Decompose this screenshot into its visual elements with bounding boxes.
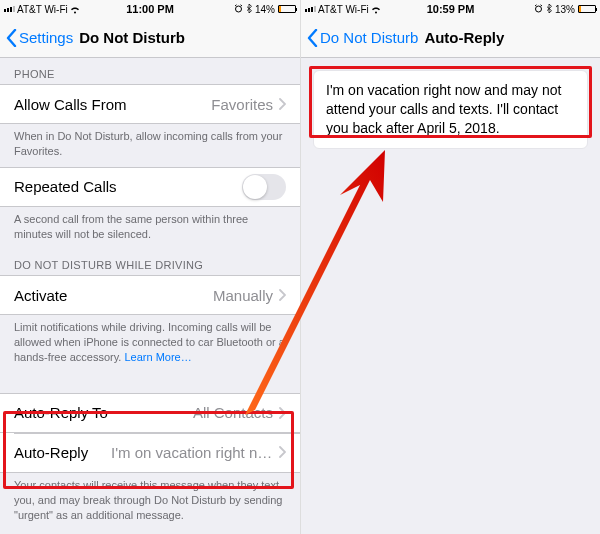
clock-time: 10:59 PM: [301, 3, 600, 15]
page-title: Do Not Disturb: [79, 29, 185, 46]
chevron-right-icon: [279, 446, 286, 458]
status-bar: AT&T Wi-Fi 10:59 PM 13%: [301, 0, 600, 18]
row-label: Auto-Reply: [14, 444, 88, 461]
auto-reply-message[interactable]: I'm on vacation right now and may not at…: [313, 70, 588, 149]
row-activate[interactable]: Activate Manually: [0, 275, 300, 315]
battery-icon: [278, 5, 296, 13]
row-value: I'm on vacation right now an…: [103, 444, 273, 461]
screen-auto-reply: AT&T Wi-Fi 10:59 PM 13% Do Not Disturb A…: [300, 0, 600, 534]
footer-allow-calls: When in Do Not Disturb, allow incoming c…: [0, 124, 300, 167]
row-repeated-calls[interactable]: Repeated Calls: [0, 167, 300, 207]
row-value: Favorites: [203, 96, 273, 113]
status-bar: AT&T Wi-Fi 11:00 PM 14%: [0, 0, 300, 18]
page-title: Auto-Reply: [424, 29, 504, 46]
chevron-right-icon: [279, 289, 286, 301]
footer-repeated: A second call from the same person withi…: [0, 207, 300, 250]
row-label: Activate: [14, 287, 67, 304]
row-label: Repeated Calls: [14, 178, 117, 195]
row-auto-reply-to[interactable]: Auto-Reply To All Contacts: [0, 393, 300, 433]
clock-time: 11:00 PM: [0, 3, 300, 15]
back-button[interactable]: Settings: [6, 29, 73, 47]
learn-more-link[interactable]: Learn More…: [124, 351, 191, 363]
screen-do-not-disturb: AT&T Wi-Fi 11:00 PM 14% Settings Do Not …: [0, 0, 300, 534]
section-header-phone: PHONE: [0, 58, 300, 84]
nav-bar: Do Not Disturb Auto-Reply: [301, 18, 600, 58]
row-label: Auto-Reply To: [14, 404, 108, 421]
chevron-right-icon: [279, 98, 286, 110]
back-label: Do Not Disturb: [320, 29, 418, 46]
footer-activate: Limit notifications while driving. Incom…: [0, 315, 300, 373]
row-auto-reply[interactable]: Auto-Reply I'm on vacation right now an…: [0, 433, 300, 473]
back-button[interactable]: Do Not Disturb: [307, 29, 418, 47]
chevron-right-icon: [279, 407, 286, 419]
back-label: Settings: [19, 29, 73, 46]
nav-bar: Settings Do Not Disturb: [0, 18, 300, 58]
row-allow-calls-from[interactable]: Allow Calls From Favorites: [0, 84, 300, 124]
row-value: Manually: [205, 287, 273, 304]
battery-icon: [578, 5, 596, 13]
toggle-repeated-calls[interactable]: [242, 174, 286, 200]
row-value: All Contacts: [185, 404, 273, 421]
row-label: Allow Calls From: [14, 96, 127, 113]
section-header-driving: DO NOT DISTURB WHILE DRIVING: [0, 249, 300, 275]
footer-autoreply: Your contacts will receive this message …: [0, 473, 300, 531]
